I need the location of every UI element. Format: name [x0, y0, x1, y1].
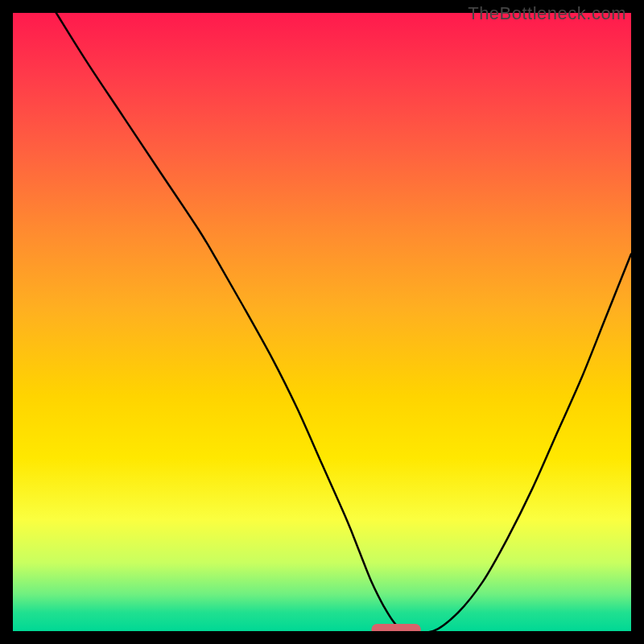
plot-area	[13, 13, 631, 631]
chart-container: TheBottleneck.com	[0, 0, 644, 644]
frame-left	[0, 0, 13, 644]
frame-top	[0, 0, 644, 13]
frame-right	[631, 0, 644, 644]
frame-bottom	[0, 631, 644, 644]
